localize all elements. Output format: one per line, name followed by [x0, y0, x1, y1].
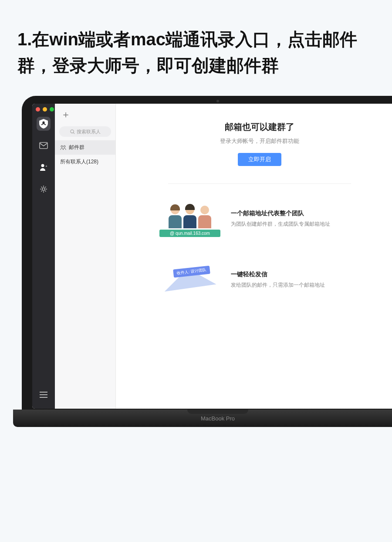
feature-1-title: 一个邮箱地址代表整个团队 [231, 210, 330, 217]
settings-icon[interactable] [37, 182, 51, 196]
enable-button[interactable]: 立即开启 [238, 153, 281, 166]
svg-point-4 [42, 188, 45, 190]
svg-point-2 [41, 164, 44, 167]
add-button[interactable]: ＋ [55, 106, 115, 123]
window-controls[interactable] [32, 107, 54, 112]
avatar-icon[interactable] [37, 117, 51, 131]
page-headline: 1.在win端或者mac端通讯录入口，点击邮件群，登录大师号，即可创建邮件群 [0, 0, 392, 96]
svg-point-6 [61, 146, 63, 147]
divider [168, 183, 351, 184]
hero-title: 邮箱也可以建群了 [133, 121, 386, 133]
contacts-panel: ＋ 搜索联系人 邮件群 所有联系人(128) [55, 104, 116, 409]
sidebar-item-mailgroup[interactable]: 邮件群 [55, 140, 115, 155]
svg-point-0 [42, 121, 44, 123]
mail-icon[interactable] [37, 139, 51, 152]
search-icon [70, 129, 75, 134]
feature-1: @ qun.mail.163.com 一个邮箱地址代表整个团队 为团队创建邮件群… [159, 197, 360, 241]
svg-text:+: + [45, 164, 47, 168]
menu-icon[interactable] [37, 388, 51, 402]
nav-rail: + [32, 104, 55, 409]
device-label: MacBook Pro [201, 415, 235, 422]
feature-2-title: 一键轻松发信 [231, 271, 325, 278]
sidebar-item-label: 邮件群 [69, 144, 84, 151]
hero-section: 邮箱也可以建群了 登录大师帐号，开启邮件群功能 立即开启 [133, 121, 386, 166]
feature-2: 收件人: 设计团队 一键轻松发信 发给团队的邮件，只需添加一个邮箱地址 [159, 258, 360, 301]
sidebar-item-label: 所有联系人(128) [60, 158, 98, 166]
svg-point-5 [70, 129, 73, 132]
search-input[interactable]: 搜索联系人 [59, 126, 111, 137]
team-illustration: @ qun.mail.163.com [159, 197, 220, 241]
group-icon [60, 145, 66, 150]
laptop-base: MacBook Pro [13, 410, 392, 427]
search-placeholder: 搜索联系人 [77, 129, 101, 135]
team-badge: @ qun.mail.163.com [159, 230, 220, 237]
hero-subtitle: 登录大师帐号，开启邮件群功能 [133, 137, 386, 145]
camera-dot [216, 100, 219, 102]
plane-illustration: 收件人: 设计团队 [159, 258, 220, 301]
laptop-mock: + ＋ 搜索联系人 邮件群 [22, 96, 392, 427]
svg-point-7 [64, 146, 65, 147]
feature-2-desc: 发给团队的邮件，只需添加一个邮箱地址 [231, 281, 325, 289]
sidebar-item-allcontacts[interactable]: 所有联系人(128) [55, 155, 115, 169]
feature-1-desc: 为团队创建邮件群，生成团队专属邮箱地址 [231, 220, 330, 228]
contacts-icon[interactable]: + [37, 160, 51, 174]
app-window: + ＋ 搜索联系人 邮件群 [32, 104, 392, 409]
main-content: 邮箱也可以建群了 登录大师帐号，开启邮件群功能 立即开启 @ qun.mail.… [116, 104, 392, 409]
